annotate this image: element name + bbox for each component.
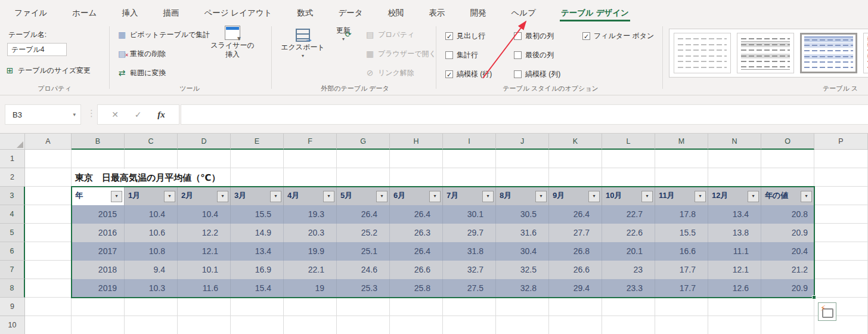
data-cell-E8[interactable]: 15.4 xyxy=(231,279,284,298)
cell-E2[interactable] xyxy=(231,168,284,187)
data-cell-H4[interactable]: 26.4 xyxy=(390,205,443,224)
data-cell-C5[interactable]: 10.6 xyxy=(125,224,178,242)
table-style-option-2[interactable] xyxy=(737,33,794,73)
cell-P6[interactable] xyxy=(814,242,868,261)
column-header-M[interactable]: M xyxy=(655,134,708,150)
column-header-E[interactable]: E xyxy=(231,134,284,150)
data-cell-G5[interactable]: 25.2 xyxy=(337,224,390,242)
table-header-9月[interactable]: 9月▾ xyxy=(549,187,602,205)
tab-developer[interactable]: 開発 xyxy=(469,4,488,21)
filter-dropdown-icon[interactable]: ▾ xyxy=(482,191,494,202)
column-header-A[interactable]: A xyxy=(25,134,72,150)
cell-P1[interactable] xyxy=(814,150,868,168)
quick-analysis-button[interactable]: ⚡ xyxy=(818,302,836,321)
cell-H2[interactable] xyxy=(390,168,443,187)
filter-dropdown-icon[interactable]: ▾ xyxy=(748,191,759,202)
cell-O10[interactable] xyxy=(761,316,814,334)
cell-K2[interactable] xyxy=(549,168,602,187)
data-cell-B6[interactable]: 2017 xyxy=(72,242,125,261)
data-cell-D5[interactable]: 12.2 xyxy=(178,224,231,242)
cell-L10[interactable] xyxy=(602,316,655,334)
cancel-icon[interactable]: ✕ xyxy=(111,110,119,119)
remove-duplicates-button[interactable]: ▤ 重複の削除 xyxy=(117,49,166,59)
column-header-K[interactable]: K xyxy=(549,134,602,150)
cell-P5[interactable] xyxy=(814,224,868,242)
table-style-option-1[interactable] xyxy=(674,33,731,73)
data-cell-G4[interactable]: 26.4 xyxy=(337,205,390,224)
data-cell-D4[interactable]: 10.4 xyxy=(178,205,231,224)
enter-icon[interactable]: ✓ xyxy=(135,110,142,119)
cell-I9[interactable] xyxy=(443,298,496,316)
cell-A9[interactable] xyxy=(25,298,72,316)
data-cell-M8[interactable]: 17.7 xyxy=(655,279,708,298)
cell-O1[interactable] xyxy=(761,150,814,168)
data-cell-O7[interactable]: 21.2 xyxy=(761,261,814,279)
cell-B10[interactable] xyxy=(72,316,125,334)
cell-A6[interactable] xyxy=(25,242,72,261)
table-header-1月[interactable]: 1月▾ xyxy=(125,187,178,205)
cell-N9[interactable] xyxy=(708,298,761,316)
data-cell-L4[interactable]: 22.7 xyxy=(602,205,655,224)
cell-A2[interactable] xyxy=(25,168,72,187)
cell-L9[interactable] xyxy=(602,298,655,316)
data-cell-I5[interactable]: 29.7 xyxy=(443,224,496,242)
data-cell-L7[interactable]: 23 xyxy=(602,261,655,279)
table-header-2月[interactable]: 2月▾ xyxy=(178,187,231,205)
checkbox-header-row[interactable]: ✓ 見出し行 xyxy=(445,31,485,41)
data-cell-G7[interactable]: 24.6 xyxy=(337,261,390,279)
data-cell-F6[interactable]: 19.9 xyxy=(284,242,337,261)
cell-E10[interactable] xyxy=(231,316,284,334)
cell-K10[interactable] xyxy=(549,316,602,334)
select-all-button[interactable] xyxy=(0,134,25,150)
data-cell-M6[interactable]: 16.6 xyxy=(655,242,708,261)
filter-dropdown-icon[interactable]: ▾ xyxy=(801,191,812,202)
data-cell-I6[interactable]: 31.8 xyxy=(443,242,496,261)
table-style-option-3-selected[interactable] xyxy=(800,33,857,73)
cell-M2[interactable] xyxy=(655,168,708,187)
cell-H1[interactable] xyxy=(390,150,443,168)
row-header-10[interactable]: 10 xyxy=(0,316,25,334)
data-cell-L8[interactable]: 23.3 xyxy=(602,279,655,298)
table-header-5月[interactable]: 5月▾ xyxy=(337,187,390,205)
cell-J2[interactable] xyxy=(496,168,549,187)
data-cell-G6[interactable]: 25.1 xyxy=(337,242,390,261)
filter-dropdown-icon[interactable]: ▾ xyxy=(270,191,281,202)
cell-E1[interactable] xyxy=(231,150,284,168)
cell-H10[interactable] xyxy=(390,316,443,334)
data-cell-K6[interactable]: 26.8 xyxy=(549,242,602,261)
checkbox-first-column[interactable]: 最初の列 xyxy=(514,31,554,41)
cell-F2[interactable] xyxy=(284,168,337,187)
data-cell-B4[interactable]: 2015 xyxy=(72,205,125,224)
data-cell-L5[interactable]: 22.6 xyxy=(602,224,655,242)
data-cell-L6[interactable]: 20.1 xyxy=(602,242,655,261)
data-cell-O5[interactable]: 20.9 xyxy=(761,224,814,242)
data-cell-E4[interactable]: 15.5 xyxy=(231,205,284,224)
row-header-1[interactable]: 1 xyxy=(0,150,25,168)
column-header-D[interactable]: D xyxy=(178,134,231,150)
checkbox-last-column[interactable]: 最後の列 xyxy=(514,50,554,60)
cell-H9[interactable] xyxy=(390,298,443,316)
column-header-H[interactable]: H xyxy=(390,134,443,150)
filter-dropdown-icon[interactable]: ▾ xyxy=(535,191,547,202)
data-cell-J7[interactable]: 32.5 xyxy=(496,261,549,279)
data-cell-N6[interactable]: 11.1 xyxy=(708,242,761,261)
name-box[interactable]: B3 ▾ xyxy=(5,104,81,125)
cell-K1[interactable] xyxy=(549,150,602,168)
data-cell-H8[interactable]: 25.8 xyxy=(390,279,443,298)
filter-dropdown-icon[interactable]: ▾ xyxy=(111,191,122,202)
tab-formulas[interactable]: 数式 xyxy=(296,4,314,21)
checkbox-total-row[interactable]: 集計行 xyxy=(445,50,478,60)
filter-dropdown-icon[interactable]: ▾ xyxy=(641,191,653,202)
export-button[interactable]: エクスポート ▾ xyxy=(278,26,328,59)
data-cell-F8[interactable]: 19 xyxy=(284,279,337,298)
cell-G2[interactable] xyxy=(337,168,390,187)
cell-C9[interactable] xyxy=(125,298,178,316)
data-cell-C7[interactable]: 9.4 xyxy=(125,261,178,279)
cell-F9[interactable] xyxy=(284,298,337,316)
data-cell-C8[interactable]: 10.3 xyxy=(125,279,178,298)
cell-M9[interactable] xyxy=(655,298,708,316)
data-cell-H7[interactable]: 26.6 xyxy=(390,261,443,279)
checkbox-banded-rows[interactable]: ✓ 縞模様 (行) xyxy=(445,69,492,79)
sheet-title-cell[interactable]: 東京 日最高気温の月平均値（℃） xyxy=(72,169,228,186)
cell-J9[interactable] xyxy=(496,298,549,316)
